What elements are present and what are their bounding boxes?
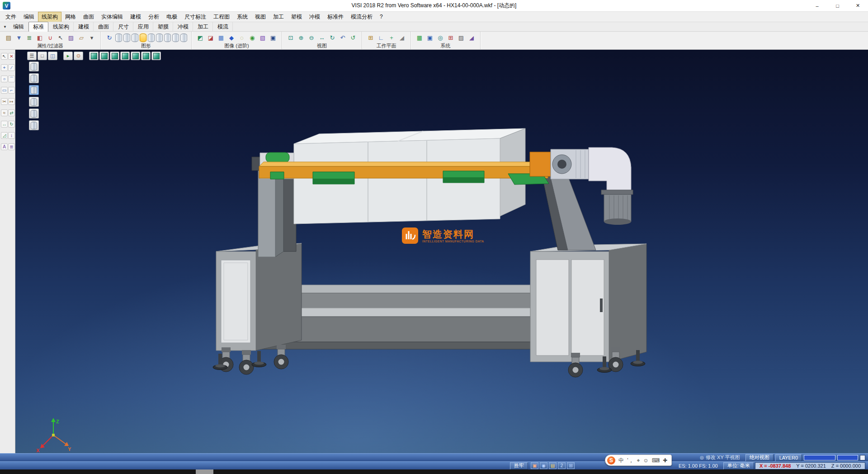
transparency-icon[interactable]: ▦ xyxy=(217,33,226,42)
view-front-icon[interactable] xyxy=(99,52,109,60)
screenshot-icon[interactable]: ▣ xyxy=(531,462,538,469)
rectangle-icon[interactable]: ▭ xyxy=(1,87,8,94)
menu-wireframe[interactable]: 线架构 xyxy=(38,12,61,22)
tab-surface[interactable]: 曲面 xyxy=(94,22,113,32)
menu-help[interactable]: ? xyxy=(376,12,387,21)
display-options-icon[interactable] xyxy=(180,33,187,42)
analysis-display-icon[interactable] xyxy=(164,33,171,42)
tab-mold[interactable]: 塑膜 xyxy=(153,22,173,32)
grid-toggle-icon[interactable]: ⊞ xyxy=(567,462,575,469)
menu-file[interactable]: 文件 xyxy=(2,12,20,22)
extend-icon[interactable]: ↦ xyxy=(8,98,15,105)
boundary-solid-icon[interactable] xyxy=(29,109,39,118)
layer-button[interactable]: LAYER0 xyxy=(775,454,802,461)
tab-dimension[interactable]: 尺寸 xyxy=(113,22,133,32)
layer-filter-icon[interactable]: ≣ xyxy=(25,33,34,42)
erase-icon[interactable]: ✕ xyxy=(8,53,15,60)
green-clamps[interactable] xyxy=(270,171,549,185)
polyline-icon[interactable]: ⌐ xyxy=(8,87,15,94)
menu-flow-analysis[interactable]: 模流分析 xyxy=(347,12,376,22)
preview-icon[interactable]: ◉ xyxy=(540,462,547,469)
beam-left-end[interactable] xyxy=(260,152,294,179)
shaded-display-icon[interactable] xyxy=(132,33,138,42)
scale-icon[interactable]: ◿ xyxy=(1,132,8,139)
menu-edit[interactable]: 编辑 xyxy=(20,12,38,22)
viewport-refit-icon[interactable]: ⊙ xyxy=(74,52,83,60)
right-support-column[interactable] xyxy=(536,159,596,250)
arc-icon[interactable]: ⌒ xyxy=(8,76,15,82)
system-grid-icon[interactable]: ⊞ xyxy=(446,33,455,42)
minimize-button[interactable]: – xyxy=(807,0,827,11)
folder-icon[interactable]: ▤ xyxy=(549,462,557,469)
system-globe-icon[interactable]: ◎ xyxy=(436,33,445,42)
tab-wireframe[interactable]: 线架构 xyxy=(48,22,74,32)
layers-icon[interactable]: ≣ xyxy=(8,143,15,150)
view-left-icon[interactable] xyxy=(131,52,140,60)
viewport-3d[interactable]: ☰□◫ ▸⊙ xyxy=(15,50,868,453)
view-right-icon[interactable] xyxy=(120,52,130,60)
right-cabinet[interactable] xyxy=(530,244,646,362)
menu-analysis[interactable]: 分析 xyxy=(145,12,163,22)
select-filter-icon[interactable]: ↖ xyxy=(56,33,65,42)
workplane-view-icon[interactable]: ◢ xyxy=(397,33,406,42)
dynamic-section-icon[interactable]: ◪ xyxy=(206,33,215,42)
zoom-window-icon[interactable]: ⊡ xyxy=(286,33,295,42)
menu-modeling[interactable]: 建模 xyxy=(127,12,145,22)
offset-icon[interactable]: ≈ xyxy=(1,109,8,116)
ime-lang[interactable]: 中 xyxy=(618,457,624,464)
move-icon[interactable]: ↔ xyxy=(1,121,8,128)
viewport-layout-icon[interactable]: ◫ xyxy=(48,52,57,60)
mask-icon[interactable]: ▨ xyxy=(66,33,75,42)
redraw-icon[interactable]: ↻ xyxy=(105,33,114,42)
reflection-icon[interactable]: ◆ xyxy=(227,33,236,42)
tab-application[interactable]: 应用 xyxy=(133,22,153,32)
maximize-button[interactable]: □ xyxy=(827,0,848,11)
menu-system[interactable]: 系统 xyxy=(233,12,251,22)
menu-die[interactable]: 冲模 xyxy=(306,12,324,22)
menu-electrode[interactable]: 电极 xyxy=(163,12,181,22)
previous-view-icon[interactable]: ↶ xyxy=(338,33,347,42)
menu-standard-parts[interactable]: 标准件 xyxy=(324,12,347,22)
mirror-icon[interactable]: ⇄ xyxy=(8,109,15,116)
snap-lock-button[interactable]: 拴牢 xyxy=(510,462,528,469)
pan-icon[interactable]: ↔ xyxy=(317,33,326,42)
section-solid-icon[interactable] xyxy=(29,120,39,130)
cad-model[interactable] xyxy=(213,128,646,377)
shadow-icon[interactable]: ▧ xyxy=(258,33,267,42)
more-dropdown-icon[interactable]: ▾ xyxy=(87,33,96,42)
wireframe-solid-icon[interactable] xyxy=(29,73,39,83)
ime-toolbar[interactable]: S 中’，⌖☺⌨✚ xyxy=(605,455,672,466)
tab-modeling[interactable]: 建模 xyxy=(74,22,94,32)
tab-machining[interactable]: 加工 xyxy=(193,22,213,32)
magnet-snap-icon[interactable]: ∪ xyxy=(46,33,55,42)
tab-die[interactable]: 冲模 xyxy=(173,22,193,32)
left-pedestal[interactable] xyxy=(216,243,302,351)
hide-element-icon[interactable]: ◌ xyxy=(237,33,246,42)
menu-dimension[interactable]: 尺寸标注 xyxy=(181,12,210,22)
ghost-display-icon[interactable] xyxy=(148,33,155,42)
workplane-origin-icon[interactable]: + xyxy=(387,33,396,42)
circle-icon[interactable]: ○ xyxy=(1,76,8,82)
line-icon[interactable]: ∕ xyxy=(8,64,15,71)
menu-view[interactable]: 视图 xyxy=(251,12,269,22)
point-icon[interactable]: + xyxy=(1,64,8,71)
rotate-icon[interactable]: ↻ xyxy=(8,121,15,128)
motor-assembly[interactable] xyxy=(530,147,633,225)
ime-keyboard-icon[interactable]: ⌨ xyxy=(652,457,660,464)
refresh-view-icon[interactable]: ↺ xyxy=(349,33,358,42)
trim-icon[interactable]: ✂ xyxy=(1,98,8,105)
leveling-feet[interactable] xyxy=(213,350,645,373)
view-top-icon[interactable] xyxy=(110,52,119,60)
view-back-icon[interactable] xyxy=(141,52,151,60)
help-2-icon[interactable]: 2 xyxy=(558,462,566,469)
system-colors-icon[interactable]: ▦ xyxy=(415,33,424,42)
viewport-select-icon[interactable]: ▸ xyxy=(63,52,73,60)
tab-flow[interactable]: 模流 xyxy=(213,22,233,32)
translucent-solid-icon[interactable] xyxy=(29,85,39,95)
sogou-logo-icon[interactable]: S xyxy=(607,456,615,465)
rotate-view-icon[interactable]: ↻ xyxy=(328,33,337,42)
text-icon[interactable]: A xyxy=(1,143,8,150)
zoom-in-icon[interactable]: ⊕ xyxy=(297,33,306,42)
render-display-icon[interactable] xyxy=(156,33,163,42)
system-hatch-icon[interactable]: ▨ xyxy=(457,33,466,42)
